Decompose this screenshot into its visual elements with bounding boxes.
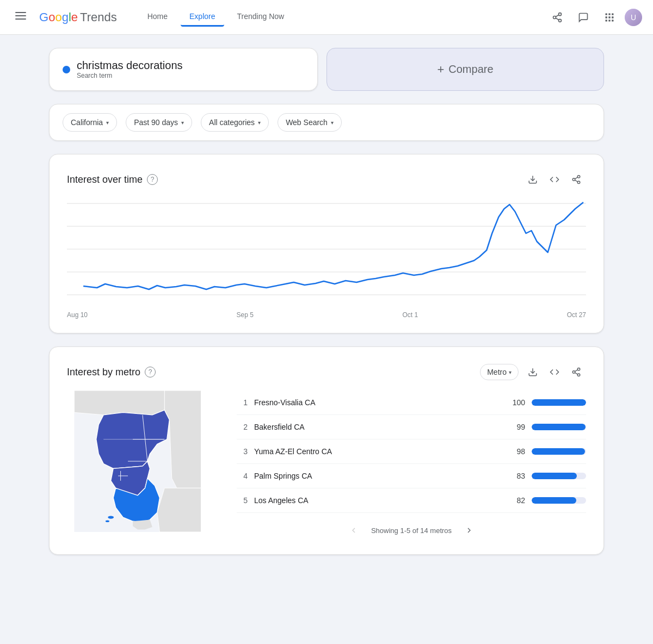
apps-icon[interactable] <box>599 7 620 28</box>
metro-name-3: Yuma AZ-El Centro CA <box>254 447 502 456</box>
metro-score-3: 98 <box>509 447 525 456</box>
region-filter[interactable]: California ▾ <box>63 113 117 132</box>
metro-bar-container-3 <box>532 448 586 455</box>
metro-score-5: 82 <box>509 496 525 505</box>
metro-name-5: Los Angeles CA <box>254 496 502 505</box>
map-svg <box>67 391 208 532</box>
metro-rankings: 1 Fresno-Visalia CA 100 2 Bakersfield CA… <box>237 391 586 539</box>
metro-bar-3 <box>532 448 585 455</box>
compare-label: Compare <box>448 63 493 76</box>
region-chevron: ▾ <box>106 120 109 126</box>
svg-point-4 <box>553 16 556 18</box>
x-label-aug: Aug 10 <box>67 311 88 319</box>
svg-line-22 <box>575 177 577 179</box>
pagination-prev[interactable] <box>345 522 362 539</box>
category-chevron: ▾ <box>258 120 261 126</box>
svg-rect-11 <box>606 16 607 18</box>
interest-over-time-card: Interest over time ? <box>49 154 604 333</box>
metro-rank-3: 3 <box>237 447 248 456</box>
metro-rank-1: 1 <box>237 398 248 407</box>
interest-by-metro-card: Interest by metro ? Metro ▾ <box>49 346 604 555</box>
embed-icon-metro[interactable] <box>545 362 564 382</box>
main-content: christmas decorations Search term + Comp… <box>27 35 626 581</box>
metro-bar-container-4 <box>532 473 586 479</box>
header-right: U <box>546 7 642 28</box>
metro-rank-5: 5 <box>237 496 248 505</box>
metro-dropdown-label: Metro <box>487 368 507 376</box>
chart-x-labels: Aug 10 Sep 5 Oct 1 Oct 27 <box>67 311 586 319</box>
svg-point-52 <box>108 516 114 518</box>
card-header-metro: Interest by metro ? Metro ▾ <box>67 362 586 382</box>
share-icon-metro[interactable] <box>566 362 586 382</box>
google-trends-logo[interactable]: Google Trends <box>39 10 117 24</box>
svg-rect-13 <box>612 16 613 18</box>
pagination-next[interactable] <box>460 522 478 539</box>
share-icon-time[interactable] <box>566 170 586 189</box>
main-nav: Home Explore Trending Now <box>139 8 293 27</box>
x-label-oct27: Oct 27 <box>567 311 586 319</box>
title-group-time: Interest over time ? <box>67 174 158 185</box>
time-chart: 100 75 50 25 Aug 10 Sep 5 Oct 1 Oct 27 <box>67 198 586 318</box>
metro-name-1: Fresno-Visalia CA <box>254 398 502 407</box>
header: Google Trends Home Explore Trending Now <box>0 0 653 35</box>
search-type-chevron: ▾ <box>331 120 334 126</box>
svg-rect-0 <box>15 12 26 13</box>
metro-dropdown-chevron: ▾ <box>509 369 512 375</box>
search-dot <box>63 66 70 73</box>
share-icon[interactable] <box>546 7 568 28</box>
svg-rect-1 <box>15 15 26 16</box>
embed-icon-time[interactable] <box>545 170 564 189</box>
metro-header-right: Metro ▾ <box>480 362 586 382</box>
svg-rect-8 <box>606 13 607 15</box>
svg-point-33 <box>577 368 580 371</box>
svg-line-37 <box>575 370 577 371</box>
card-header-time: Interest over time ? <box>67 170 586 189</box>
card-actions-time <box>523 170 586 189</box>
svg-marker-51 <box>133 520 152 530</box>
avatar[interactable]: U <box>625 9 642 26</box>
svg-rect-9 <box>608 13 610 15</box>
search-term-card: christmas decorations Search term <box>49 48 318 91</box>
download-icon-time[interactable] <box>523 170 543 189</box>
pagination-text: Showing 1-5 of 14 metros <box>371 527 452 535</box>
svg-point-5 <box>559 19 562 22</box>
metro-content: 1 Fresno-Visalia CA 100 2 Bakersfield CA… <box>67 391 586 539</box>
region-label: California <box>71 118 103 127</box>
nav-trending[interactable]: Trending Now <box>229 8 293 27</box>
help-icon-time[interactable]: ? <box>147 174 158 185</box>
metro-dropdown[interactable]: Metro ▾ <box>480 364 519 380</box>
category-filter[interactable]: All categories ▾ <box>201 113 269 132</box>
search-type-label: Web Search <box>286 118 328 127</box>
svg-rect-16 <box>612 20 613 21</box>
title-group-metro: Interest by metro ? <box>67 367 156 378</box>
feedback-icon[interactable] <box>572 7 594 28</box>
help-icon-metro[interactable]: ? <box>145 367 156 377</box>
metro-item-3: 3 Yuma AZ-El Centro CA 98 <box>237 439 586 464</box>
metro-bar-container-5 <box>532 497 586 504</box>
metro-score-1: 100 <box>509 398 525 407</box>
metro-bar-2 <box>532 424 586 430</box>
metro-bar-4 <box>532 473 577 479</box>
svg-rect-14 <box>606 20 607 21</box>
time-label: Past 90 days <box>134 118 178 127</box>
download-icon-metro[interactable] <box>523 362 543 382</box>
search-term-label: Search term <box>77 72 183 79</box>
svg-rect-12 <box>608 16 610 18</box>
nav-explore[interactable]: Explore <box>181 8 224 27</box>
metro-item-1: 1 Fresno-Visalia CA 100 <box>237 391 586 415</box>
nav-home[interactable]: Home <box>139 8 176 27</box>
trends-wordmark: Trends <box>80 10 117 24</box>
time-filter[interactable]: Past 90 days ▾ <box>126 113 192 132</box>
svg-rect-10 <box>612 13 613 15</box>
compare-card[interactable]: + Compare <box>326 48 604 91</box>
search-text-group: christmas decorations Search term <box>77 59 183 79</box>
svg-point-20 <box>577 181 580 184</box>
svg-line-7 <box>556 15 559 16</box>
metro-rank-4: 4 <box>237 472 248 480</box>
search-type-filter[interactable]: Web Search ▾ <box>278 113 342 132</box>
interest-metro-title: Interest by metro <box>67 367 140 378</box>
menu-icon[interactable] <box>11 6 30 28</box>
svg-point-19 <box>572 178 575 181</box>
svg-marker-40 <box>157 488 201 532</box>
california-map <box>67 391 219 539</box>
